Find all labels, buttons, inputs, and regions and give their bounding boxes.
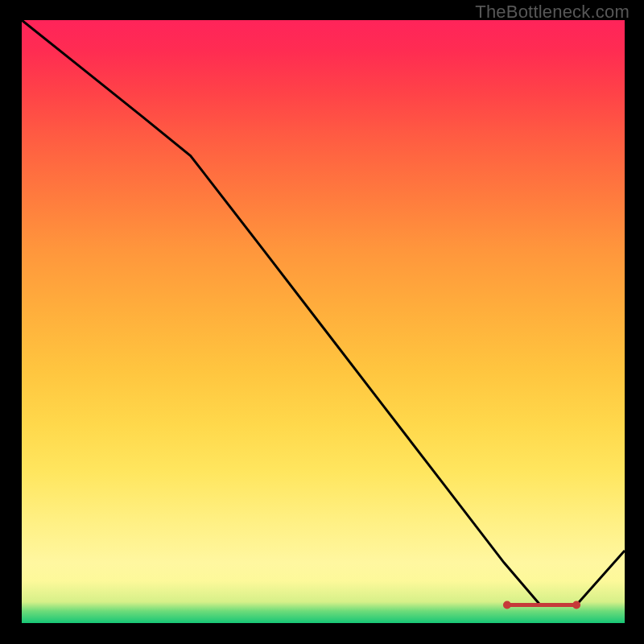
- curve-line: [22, 20, 625, 605]
- flat-dot-left: [503, 601, 511, 609]
- overlay-svg: [22, 20, 625, 623]
- chart-stage: TheBottleneck.com: [0, 0, 644, 644]
- flat-marker: [503, 601, 580, 609]
- flat-dot-right: [572, 601, 580, 609]
- plot-area: [22, 20, 625, 623]
- watermark-text: TheBottleneck.com: [475, 2, 630, 22]
